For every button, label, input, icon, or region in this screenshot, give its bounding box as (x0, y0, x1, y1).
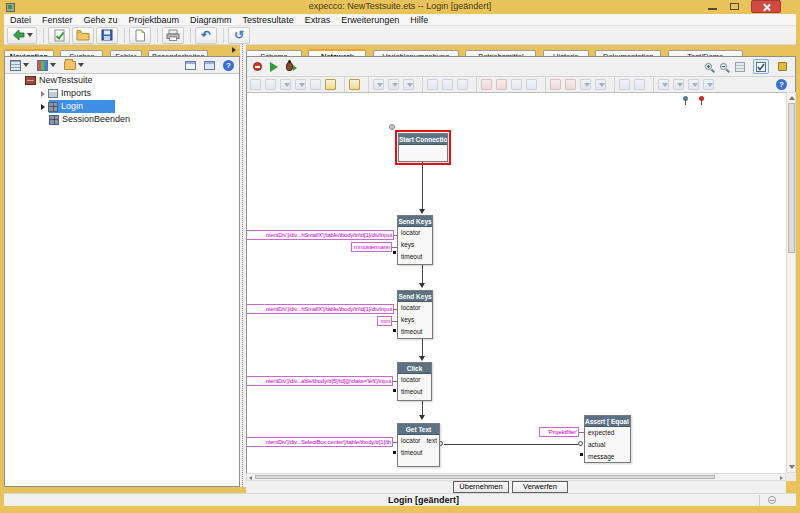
pin-expected[interactable]: expected (585, 427, 630, 439)
disable-step-icon[interactable] (526, 79, 537, 90)
menu-gehe-zu[interactable]: Gehe zu (84, 15, 118, 25)
scrollbar-thumb[interactable] (255, 475, 715, 479)
vertical-scrollbar[interactable] (786, 92, 796, 473)
set-marker-icon[interactable] (550, 79, 561, 90)
scroll-right-icon[interactable] (780, 476, 783, 480)
pin-locator[interactable]: locator (398, 374, 431, 386)
tree-item-newtestsuite[interactable]: NewTestsuite (5, 74, 239, 87)
group-icon[interactable] (619, 79, 630, 90)
pin-timeout[interactable]: timeout (398, 326, 432, 338)
step-order-icon[interactable] (580, 79, 591, 90)
add-breakpoint-icon[interactable] (481, 79, 492, 90)
print-button[interactable] (162, 27, 184, 44)
scroll-left-icon[interactable] (249, 476, 252, 480)
enable-step-icon[interactable] (511, 79, 522, 90)
pin-keys[interactable]: keys (398, 239, 432, 251)
tree-item-login[interactable]: Login (5, 100, 239, 113)
menu-projektbaum[interactable]: Projektbaum (129, 15, 180, 25)
open-button[interactable] (72, 27, 94, 44)
start-anchor[interactable] (389, 124, 395, 130)
pin-locator[interactable]: locator (398, 227, 432, 239)
ungroup-icon[interactable] (634, 79, 645, 90)
node-start-connection[interactable]: Start Connection (398, 133, 448, 162)
copy-step-icon[interactable] (250, 79, 261, 90)
new-button[interactable] (129, 27, 151, 44)
network-canvas[interactable]: Start Connection Send Keys locator keys … (247, 93, 787, 473)
value-label-locator[interactable]: ntentDiv']/div...able/tbody/tr[5]/td[@cl… (247, 376, 393, 386)
scroll-down-icon[interactable] (789, 465, 795, 469)
route-ortho-icon[interactable] (673, 79, 684, 90)
node-send-keys-2[interactable]: Send Keys locator keys timeout (397, 290, 433, 339)
remove-breakpoint-icon[interactable] (496, 79, 507, 90)
value-label-locator[interactable]: ntentDiv']/div...SelectBox center']/tabl… (247, 437, 393, 447)
scrollbar-thumb[interactable] (788, 103, 795, 253)
debug-button[interactable] (283, 60, 296, 74)
output-pin-marker-icon[interactable] (698, 96, 705, 105)
tab-overflow-indicator[interactable] (232, 47, 236, 53)
route-curve-icon[interactable] (688, 79, 699, 90)
minimize-button[interactable] (704, 0, 722, 13)
edit-properties-icon[interactable] (325, 79, 336, 90)
network-help-button[interactable]: ? (773, 78, 790, 92)
record-button[interactable] (250, 60, 265, 74)
run-button[interactable] (267, 60, 281, 74)
pin-timeout[interactable]: timeout (398, 251, 432, 263)
menu-testresultate[interactable]: Testresultate (243, 15, 294, 25)
menu-extras[interactable]: Extras (305, 15, 331, 25)
scroll-up-icon[interactable] (789, 96, 795, 100)
menu-fenster[interactable]: Fenster (42, 15, 73, 25)
insert-step-icon[interactable] (457, 79, 468, 90)
grid-button[interactable] (732, 60, 748, 74)
input-pin-circle[interactable] (578, 441, 583, 446)
maximize-button[interactable] (726, 0, 744, 13)
paste-step-icon[interactable] (265, 79, 276, 90)
zoom-in-button[interactable] (702, 60, 715, 74)
horizontal-scrollbar[interactable] (246, 473, 786, 481)
menu-hilfe[interactable]: Hilfe (410, 15, 428, 25)
input-pin-marker-icon[interactable] (682, 96, 689, 105)
folder-dropdown[interactable] (61, 58, 87, 72)
value-label-expected[interactable]: 'Projektfilter' (539, 427, 579, 437)
panel-corner-button[interactable] (775, 60, 790, 74)
expander-icon[interactable] (41, 91, 45, 97)
menu-datei[interactable]: Datei (10, 15, 31, 25)
detach-button[interactable] (182, 58, 199, 72)
value-label-keys[interactable]: mm (377, 316, 392, 326)
pin-keys[interactable]: keys (398, 314, 432, 326)
close-button[interactable] (751, 0, 781, 13)
view-mode-dropdown[interactable] (34, 58, 59, 72)
value-label-keys[interactable]: mmustermann (351, 242, 392, 252)
value-label-locator[interactable]: ntentDiv']/div...hSmallX']/table/tbody/t… (247, 230, 394, 240)
reverse-order-icon[interactable] (595, 79, 606, 90)
duplicate-icon[interactable] (310, 79, 321, 90)
discard-button[interactable]: Verwerfen (512, 481, 568, 493)
pin-timeout[interactable]: timeout (398, 447, 439, 459)
edit-pin-icon[interactable] (442, 79, 453, 90)
zoom-out-button[interactable] (717, 60, 730, 74)
route-straight-icon[interactable] (658, 79, 669, 90)
pin-actual[interactable]: actual (585, 439, 630, 451)
move-down-icon[interactable] (295, 79, 306, 90)
reload-button[interactable]: ↺ (228, 27, 250, 44)
pin-locator[interactable]: locator (398, 435, 423, 447)
menu-diagramm[interactable]: Diagramm (190, 15, 232, 25)
node-assert-equal[interactable]: Assert [ Equal ] expected actual message (584, 415, 631, 463)
commit-button[interactable] (48, 27, 70, 44)
align-top-icon[interactable] (388, 79, 399, 90)
new-item-dropdown[interactable] (7, 58, 32, 72)
pin-locator[interactable]: locator (398, 302, 432, 314)
clear-marker-icon[interactable] (565, 79, 576, 90)
align-left-icon[interactable] (373, 79, 384, 90)
pin-message[interactable]: message (585, 451, 630, 463)
value-label-locator[interactable]: ntentDiv']/div...hSmallX']/table/tbody/t… (247, 304, 394, 314)
node-get-text[interactable]: Get Text locator text timeout (397, 423, 440, 467)
pin-timeout[interactable]: timeout (398, 386, 431, 398)
back-button[interactable] (7, 27, 37, 44)
pin-text-output[interactable]: text (424, 435, 439, 447)
undo-button[interactable]: ↶ (195, 27, 217, 44)
apply-button[interactable]: Übernehmen (453, 481, 509, 493)
dock-button[interactable] (201, 58, 218, 72)
status-overflow-icon[interactable] (768, 496, 776, 504)
save-button[interactable] (96, 27, 118, 44)
route-auto-icon[interactable] (703, 79, 714, 90)
